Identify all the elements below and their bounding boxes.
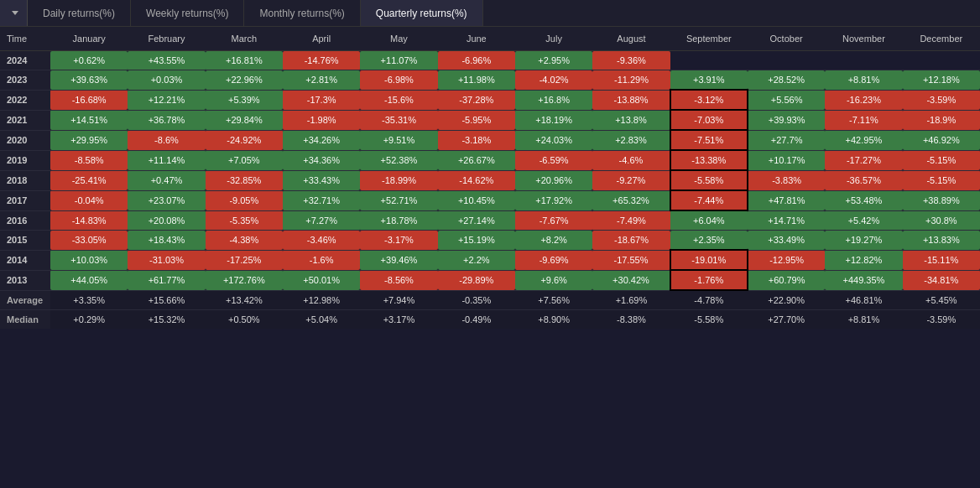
- data-cell: +33.49%: [748, 231, 825, 251]
- data-cell: +12.82%: [825, 250, 902, 270]
- data-cell: +61.77%: [128, 270, 205, 290]
- average-cell: +46.81%: [825, 290, 902, 310]
- col-header-december: December: [903, 27, 980, 51]
- data-cell: -14.83%: [50, 210, 128, 231]
- data-cell: -5.15%: [903, 170, 980, 190]
- data-cell: +27.7%: [748, 130, 825, 150]
- data-cell: +2.81%: [283, 70, 360, 91]
- data-cell: +47.81%: [748, 190, 825, 210]
- year-cell: 2018: [0, 170, 50, 190]
- data-cell: +8.2%: [515, 231, 592, 251]
- year-cell: 2015: [0, 231, 50, 251]
- data-cell: -7.49%: [592, 210, 670, 231]
- data-cell: +60.79%: [748, 270, 825, 290]
- data-cell: +19.27%: [825, 231, 902, 251]
- table-row: 2016-14.83%+20.08%-5.35%+7.27%+18.78%+27…: [0, 210, 980, 231]
- year-cell: 2023: [0, 70, 50, 91]
- data-cell: [903, 51, 980, 70]
- table-row: 2014+10.03%-31.03%-17.25%-1.6%+39.46%+2.…: [0, 250, 980, 270]
- average-cell: +1.69%: [592, 290, 670, 310]
- table-row: 2023+39.63%+0.03%+22.96%+2.81%-6.98%+11.…: [0, 70, 980, 91]
- data-cell: +18.78%: [360, 210, 437, 231]
- data-cell: -7.03%: [670, 110, 748, 130]
- data-cell: -12.95%: [748, 250, 825, 270]
- average-cell: +7.94%: [360, 290, 437, 310]
- year-cell: 2016: [0, 210, 50, 231]
- median-cell: +0.50%: [206, 310, 283, 330]
- tab-weekly-returns---[interactable]: Weekly returns(%): [131, 0, 244, 26]
- table-row: 2017-0.04%+23.07%-9.05%+32.71%+52.71%+10…: [0, 190, 980, 210]
- data-cell: +30.42%: [592, 270, 670, 290]
- median-cell: +8.81%: [825, 310, 902, 330]
- top-bar: Daily returns(%)Weekly returns(%)Monthly…: [0, 0, 980, 27]
- data-cell: +11.14%: [128, 150, 205, 170]
- data-cell: +13.83%: [903, 231, 980, 251]
- median-cell: -5.58%: [670, 310, 748, 330]
- data-cell: -8.58%: [50, 150, 128, 170]
- table-row: 2022-16.68%+12.21%+5.39%-17.3%-15.6%-37.…: [0, 90, 980, 110]
- col-header-june: June: [438, 27, 515, 51]
- average-cell: -4.78%: [670, 290, 748, 310]
- data-cell: +7.05%: [206, 150, 283, 170]
- data-cell: -14.62%: [438, 170, 515, 190]
- col-header-january: January: [50, 27, 128, 51]
- data-cell: -3.17%: [360, 231, 437, 251]
- asset-selector[interactable]: [0, 0, 28, 26]
- col-header-march: March: [206, 27, 283, 51]
- data-cell: -6.98%: [360, 70, 437, 91]
- data-cell: +2.95%: [515, 51, 592, 70]
- data-cell: -17.3%: [283, 90, 360, 110]
- data-cell: -1.6%: [283, 250, 360, 270]
- data-cell: +42.95%: [825, 130, 902, 150]
- data-cell: +12.21%: [128, 90, 205, 110]
- data-cell: +172.76%: [206, 270, 283, 290]
- tab-monthly-returns---[interactable]: Monthly returns(%): [244, 0, 360, 26]
- data-cell: +18.19%: [515, 110, 592, 130]
- data-cell: -14.76%: [283, 51, 360, 70]
- col-header-october: October: [748, 27, 825, 51]
- data-cell: -3.18%: [438, 130, 515, 150]
- chevron-down-icon: [12, 11, 18, 15]
- data-cell: +26.67%: [438, 150, 515, 170]
- col-header-february: February: [128, 27, 205, 51]
- table-row: 2019-8.58%+11.14%+7.05%+34.36%+52.38%+26…: [0, 150, 980, 170]
- table-row: 2013+44.05%+61.77%+172.76%+50.01%-8.56%-…: [0, 270, 980, 290]
- data-cell: +12.18%: [903, 70, 980, 91]
- data-cell: -19.01%: [670, 250, 748, 270]
- data-cell: -8.6%: [128, 130, 205, 150]
- average-cell: +5.45%: [903, 290, 980, 310]
- col-header-time: Time: [0, 27, 50, 51]
- data-cell: -4.6%: [592, 150, 670, 170]
- data-cell: +22.96%: [206, 70, 283, 91]
- tab-daily-returns---[interactable]: Daily returns(%): [28, 0, 131, 26]
- data-cell: [825, 51, 902, 70]
- data-cell: -36.57%: [825, 170, 902, 190]
- col-header-november: November: [825, 27, 902, 51]
- average-cell: +3.35%: [50, 290, 128, 310]
- data-cell: +24.03%: [515, 130, 592, 150]
- data-cell: +53.48%: [825, 190, 902, 210]
- data-cell: +2.35%: [670, 231, 748, 251]
- data-cell: +14.71%: [748, 210, 825, 231]
- data-cell: -11.29%: [592, 70, 670, 91]
- data-cell: -18.99%: [360, 170, 437, 190]
- table-row: 2018-25.41%+0.47%-32.85%+33.43%-18.99%-1…: [0, 170, 980, 190]
- data-cell: -5.35%: [206, 210, 283, 231]
- data-cell: +14.51%: [50, 110, 128, 130]
- data-cell: +11.98%: [438, 70, 515, 91]
- data-cell: -33.05%: [50, 231, 128, 251]
- data-cell: +9.6%: [515, 270, 592, 290]
- data-cell: +18.43%: [128, 231, 205, 251]
- tab-quarterly-returns---[interactable]: Quarterly returns(%): [361, 0, 483, 26]
- data-cell: +9.51%: [360, 130, 437, 150]
- data-cell: -7.44%: [670, 190, 748, 210]
- table-row: 2020+29.95%-8.6%-24.92%+34.26%+9.51%-3.1…: [0, 130, 980, 150]
- data-cell: +32.71%: [283, 190, 360, 210]
- data-cell: -5.95%: [438, 110, 515, 130]
- data-cell: +36.78%: [128, 110, 205, 130]
- data-cell: -17.55%: [592, 250, 670, 270]
- average-cell: +15.66%: [128, 290, 205, 310]
- data-cell: -34.81%: [903, 270, 980, 290]
- data-cell: +52.38%: [360, 150, 437, 170]
- data-cell: -9.27%: [592, 170, 670, 190]
